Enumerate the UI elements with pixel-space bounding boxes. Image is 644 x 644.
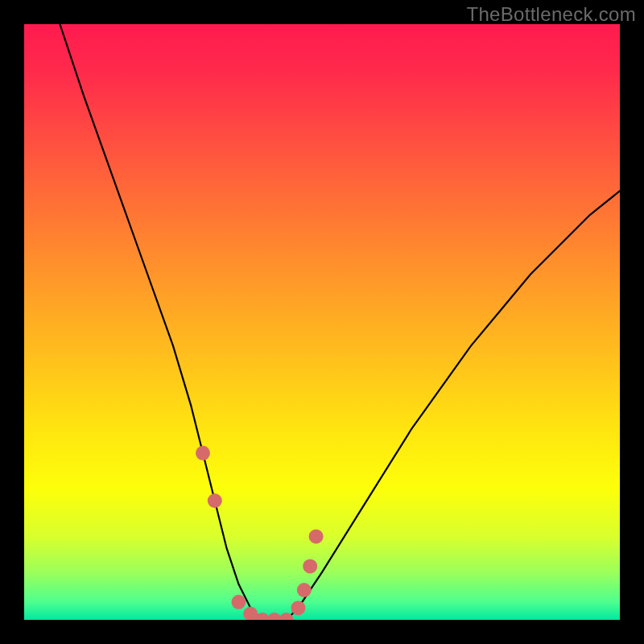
chart-frame: TheBottleneck.com (0, 0, 644, 644)
highlight-marker-group (196, 446, 324, 620)
highlight-dot (196, 446, 210, 460)
highlight-dot (291, 601, 305, 615)
watermark-text: TheBottleneck.com (466, 3, 636, 26)
bottleneck-curve-svg (24, 24, 620, 620)
highlight-dot (303, 559, 317, 573)
highlight-dot (309, 529, 324, 543)
highlight-dot (231, 595, 246, 609)
highlight-dot (297, 583, 312, 597)
plot-area (24, 24, 620, 620)
highlight-dot (208, 493, 222, 508)
bottleneck-curve-path (60, 24, 620, 620)
